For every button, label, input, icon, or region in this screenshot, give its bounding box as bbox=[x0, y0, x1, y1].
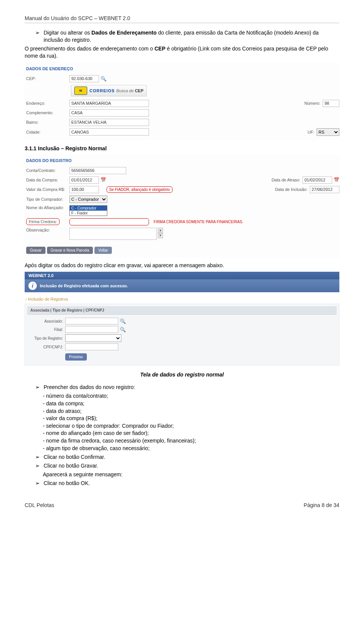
bairro-input[interactable] bbox=[69, 119, 149, 126]
numero-label: Número: bbox=[281, 101, 323, 106]
cpf-cnpj-input[interactable] bbox=[65, 343, 118, 350]
cep-bold: CEP bbox=[154, 46, 165, 52]
figure-caption: Tela de dados do registro normal bbox=[25, 372, 339, 378]
data-atraso-label: Data de Atraso: bbox=[261, 178, 303, 182]
bullet-ok: Clicar no botão OK. bbox=[44, 480, 90, 487]
correios-busca: Busca de bbox=[116, 88, 134, 93]
calendar-icon[interactable]: 📅 bbox=[100, 177, 106, 183]
list-item: algum tipo de observação, caso necessári… bbox=[43, 445, 339, 452]
list-item: selecionar o tipo de comprador: Comprado… bbox=[43, 422, 339, 430]
info-icon: i bbox=[28, 282, 37, 290]
cep-input[interactable] bbox=[69, 75, 99, 82]
calendar-icon[interactable]: 📅 bbox=[334, 177, 339, 183]
nome-afiancado-label: Nome do Afiançado: bbox=[25, 205, 69, 210]
address-section-title: DADOS DE ENDEREÇO bbox=[25, 65, 339, 74]
cep-label: CEP: bbox=[25, 76, 69, 81]
endereco-input[interactable] bbox=[69, 100, 149, 107]
endereco-label: Endereço: bbox=[25, 101, 69, 106]
list-item: valor da compra (R$); bbox=[43, 415, 339, 422]
filial-label: Filial: bbox=[27, 328, 65, 332]
bullet-confirmar: Clicar no botão Confirmar. bbox=[44, 454, 105, 461]
registro-panel: DADOS DO REGISTRO Conta/Contrato: Data d… bbox=[25, 154, 339, 258]
firma-credora-label: Firma Credora: bbox=[25, 218, 69, 225]
webnet-title-bar: WEBNET 2.0 bbox=[25, 272, 339, 279]
correios-link[interactable]: ✉ CORREIOS Busca de CEP bbox=[71, 85, 147, 96]
cidade-input[interactable] bbox=[69, 128, 149, 135]
cpf-cnpj-label: CPF/CNPJ: bbox=[27, 345, 65, 349]
conta-label: Conta/Contrato: bbox=[25, 168, 69, 173]
voltar-button[interactable]: Voltar bbox=[94, 247, 112, 254]
correios-logo-icon: ✉ bbox=[74, 87, 87, 95]
textarea-scroll-icons[interactable]: ▲▼ bbox=[158, 228, 163, 238]
arrow-icon: ➢ bbox=[35, 29, 40, 36]
intro-bullet: Digitar ou alterar os Dados de Endereçam… bbox=[44, 29, 339, 44]
tipo-registro-select[interactable] bbox=[65, 334, 121, 342]
cidade-label: Cidade: bbox=[25, 130, 69, 134]
filial-input[interactable] bbox=[65, 326, 118, 333]
list-item: nome do afiançado (em caso de ser fiador… bbox=[43, 430, 339, 437]
intro-paragraph: O preenchimento dos dados de endereçamen… bbox=[25, 45, 339, 60]
fiador-note: Se FIADOR, afiançado é obrigatório bbox=[107, 186, 173, 193]
tipo-comprador-dropdown-open[interactable]: C - Comprador F - Fiador bbox=[69, 205, 107, 216]
success-message-text: Inclusão de Registro efetuada com sucess… bbox=[40, 284, 128, 288]
complemento-label: Complemento: bbox=[25, 110, 69, 115]
inclusao-registros-link[interactable]: Inclusão de Registros bbox=[25, 293, 69, 304]
registro-section-title: DADOS DO REGISTRO bbox=[25, 157, 339, 166]
bairro-label: Bairro: bbox=[25, 120, 69, 124]
list-item: data do atraso; bbox=[43, 408, 339, 415]
proximo-button[interactable]: Próximo bbox=[65, 353, 87, 361]
data-atraso-input[interactable] bbox=[303, 176, 332, 184]
tab-header: Associada | Tipo de Registro | CPF/CNPJ bbox=[27, 306, 337, 315]
tipo-comprador-label: Tipo de Comprador: bbox=[25, 197, 69, 202]
uf-label: UF: bbox=[275, 130, 317, 134]
list-leader: Preencher dos dados do novo registro: bbox=[44, 384, 135, 391]
data-compra-label: Data da Compra: bbox=[25, 178, 69, 182]
data-inclusao-label: Data de Inclusão: bbox=[268, 187, 310, 192]
data-compra-input[interactable] bbox=[69, 176, 99, 184]
tipo-comprador-select[interactable]: C - Comprador bbox=[69, 195, 107, 203]
list-item: nome da firma credora, caso necessário (… bbox=[43, 437, 339, 445]
firma-credora-input[interactable] bbox=[69, 218, 149, 225]
footer-right: Página 8 de 34 bbox=[304, 502, 339, 508]
opt-comprador[interactable]: C - Comprador bbox=[70, 206, 107, 211]
search-icon[interactable]: 🔍 bbox=[100, 76, 107, 82]
gravar-nova-parcela-button[interactable]: Gravar e Nova Parcela bbox=[47, 247, 93, 254]
correios-brand: CORREIOS bbox=[89, 88, 115, 93]
firma-note: FIRMA CREDORA SOMENTE PARA FINANCEIRAS. bbox=[154, 220, 243, 224]
data-inclusao-input[interactable] bbox=[310, 186, 339, 193]
address-panel: DADOS DE ENDEREÇO CEP: 🔍 ✉ CORREIOS Busc… bbox=[25, 63, 339, 140]
opt-fiador[interactable]: F - Fiador bbox=[70, 211, 107, 216]
heading-3-1-1: 3.1.1 Inclusão – Registro Normal bbox=[25, 145, 339, 151]
observacao-textarea[interactable] bbox=[69, 228, 157, 240]
after-gravar-note: Após digitar os dados do registro clicar… bbox=[25, 262, 339, 269]
doc-header: Manual do Usuário do SCPC – WEBNET 2.0 bbox=[25, 15, 339, 23]
uf-select[interactable]: RS bbox=[317, 128, 339, 136]
observacao-label: Observação: bbox=[25, 228, 69, 232]
success-message-bar: i Inclusão de Registro efetuada com suce… bbox=[25, 279, 339, 292]
correios-cep: CEP bbox=[135, 88, 144, 93]
valor-input[interactable] bbox=[69, 186, 99, 193]
arrow-icon: ➢ bbox=[35, 480, 40, 487]
associado-input[interactable] bbox=[65, 318, 118, 324]
list-item: número da conta/contrato; bbox=[43, 392, 339, 400]
complemento-input[interactable] bbox=[69, 109, 149, 117]
list-item: data da compra; bbox=[43, 400, 339, 408]
associado-label: Associado: bbox=[27, 319, 65, 323]
numero-input[interactable] bbox=[323, 100, 339, 107]
arrow-icon: ➢ bbox=[35, 462, 40, 469]
bullet-gravar: Clicar no botão Gravar. bbox=[44, 462, 98, 469]
tipo-registro-label: Tipo de Registro: bbox=[27, 336, 65, 340]
footer-left: CDL Pelotas bbox=[25, 502, 54, 508]
gravar-button[interactable]: Gravar bbox=[26, 247, 46, 254]
conta-input[interactable] bbox=[69, 167, 126, 174]
arrow-icon: ➢ bbox=[35, 384, 40, 391]
search-icon[interactable]: 🔍 bbox=[120, 318, 126, 324]
bullet-mensagem: Aparecerá a seguinte mensagem: bbox=[43, 471, 339, 479]
valor-label: Valor da Compra R$: bbox=[25, 187, 69, 192]
arrow-icon: ➢ bbox=[35, 454, 40, 461]
search-icon[interactable]: 🔍 bbox=[120, 327, 126, 332]
